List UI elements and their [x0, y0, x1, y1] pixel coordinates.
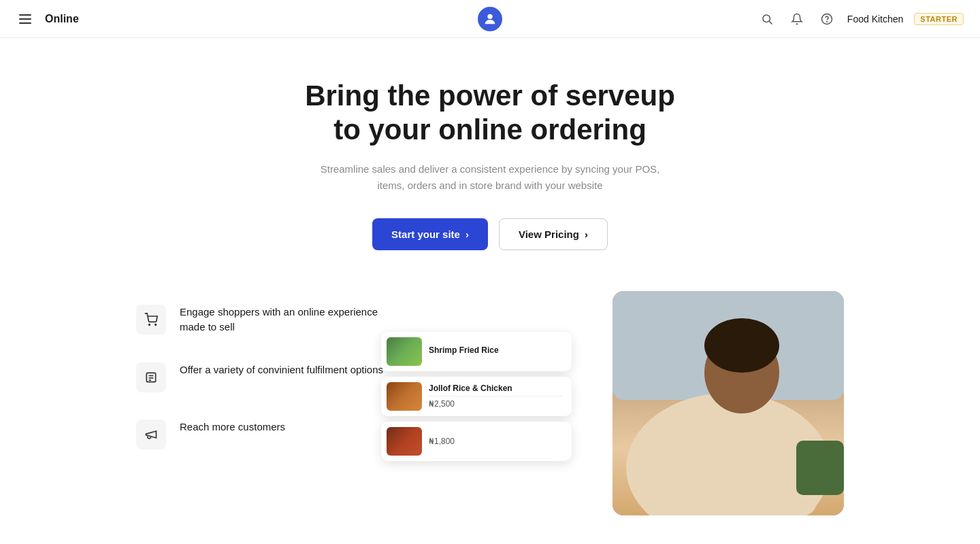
notifications-icon[interactable]	[787, 10, 806, 29]
feature-text-2: Offer a variety of convinient fulfilment…	[180, 362, 383, 378]
feature-item-3: Reach more customers	[136, 420, 395, 449]
search-icon[interactable]	[757, 10, 777, 29]
svg-rect-15	[653, 427, 817, 515]
megaphone-icon	[136, 420, 166, 449]
main-photo	[612, 291, 844, 515]
food-cards: Shrimp Fried Rice Jollof Rice & Chicken …	[381, 332, 572, 461]
cta-buttons: Start your site › View Pricing ›	[372, 218, 608, 250]
food-info-1: Shrimp Fried Rice	[429, 345, 562, 358]
svg-point-6	[155, 324, 157, 325]
food-card-3: ₦1,800	[381, 422, 572, 461]
starter-badge: STARTER	[914, 13, 964, 25]
food-info-3: ₦1,800	[429, 437, 562, 446]
food-image-2	[387, 382, 422, 411]
food-card-2: Jollof Rice & Chicken ₦2,500	[381, 377, 572, 416]
svg-point-0	[487, 14, 492, 18]
view-pricing-button[interactable]: View Pricing ›	[499, 218, 608, 250]
svg-point-14	[704, 318, 779, 373]
bottom-section: Engage shoppers with an online experienc…	[0, 291, 980, 522]
food-divider	[429, 396, 562, 396]
food-image-1	[387, 337, 422, 366]
menu-button[interactable]	[16, 12, 34, 27]
header: Online	[0, 0, 980, 38]
brand-label: Online	[45, 13, 79, 25]
feature-item-1: Engage shoppers with an online experienc…	[136, 305, 395, 335]
feature-item-2: Offer a variety of convinient fulfilment…	[136, 362, 395, 392]
feature-text-1: Engage shoppers with an online experienc…	[180, 305, 395, 335]
header-right: Food Kitchen STARTER	[757, 10, 964, 29]
header-left: Online	[16, 12, 79, 27]
svg-point-1	[763, 15, 770, 22]
hero-subtitle: Streamline sales and deliver a consisten…	[320, 161, 660, 194]
food-name-1: Shrimp Fried Rice	[429, 345, 562, 355]
main-content: Bring the power of serveup to your onlin…	[0, 38, 980, 522]
food-image-3	[387, 427, 422, 456]
header-center	[478, 7, 502, 31]
start-site-button[interactable]: Start your site ›	[372, 218, 488, 250]
image-section: Shrimp Fried Rice Jollof Rice & Chicken …	[436, 291, 844, 522]
hero-title: Bring the power of serveup to your onlin…	[305, 79, 675, 148]
svg-point-5	[149, 324, 150, 325]
feature-text-3: Reach more customers	[180, 420, 285, 435]
avatar	[478, 7, 502, 31]
tag-icon	[136, 362, 166, 392]
food-name-2: Jollof Rice & Chicken	[429, 384, 562, 393]
svg-rect-16	[796, 441, 844, 495]
food-price-3: ₦1,800	[429, 437, 562, 446]
person-background	[612, 291, 844, 515]
help-icon[interactable]	[817, 10, 836, 29]
svg-line-2	[769, 21, 772, 24]
food-price-2: ₦2,500	[429, 399, 562, 409]
food-info-2: Jollof Rice & Chicken ₦2,500	[429, 384, 562, 409]
user-name: Food Kitchen	[847, 14, 904, 24]
cart-icon	[136, 305, 166, 335]
food-card-1: Shrimp Fried Rice	[381, 332, 572, 371]
features-list: Engage shoppers with an online experienc…	[136, 291, 395, 449]
